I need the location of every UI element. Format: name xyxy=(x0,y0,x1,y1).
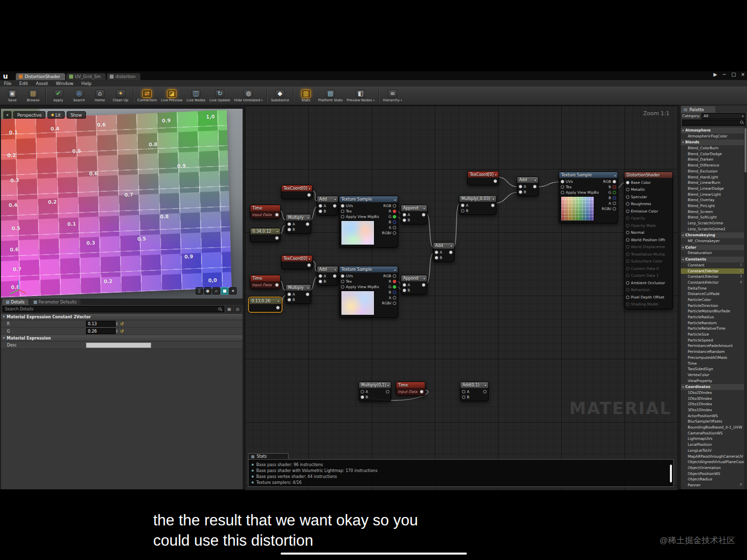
palette-category-atmosphere[interactable]: ▾Atmosphere xyxy=(681,127,744,133)
input-pin-uvs[interactable] xyxy=(561,180,564,183)
node-texcoord-0-a[interactable]: TexCoord[0]▾ xyxy=(281,185,313,199)
palette-item-precomputedaomask[interactable]: PrecomputedAOMask xyxy=(681,355,744,361)
input-pin-tex[interactable] xyxy=(341,280,344,283)
palette-item-particledirection[interactable]: ParticleDirection xyxy=(681,303,744,309)
palette-item-blend-linearlight[interactable]: Blend_LinearLight xyxy=(681,192,744,198)
node-multiply-01[interactable]: Multiply(0,1)▾AB xyxy=(359,382,391,401)
input-pin-b[interactable] xyxy=(403,218,406,222)
toolbar-connectors-button[interactable]: ⇄Connectors xyxy=(135,89,159,102)
desc-field[interactable] xyxy=(86,343,151,348)
node-time-a[interactable]: TimeInput Data xyxy=(250,205,281,219)
output-pin-b[interactable] xyxy=(393,291,396,294)
collapse-icon[interactable]: ▾ xyxy=(494,173,497,176)
output-pin-out[interactable] xyxy=(275,283,279,287)
toolbar-hierarchy-button[interactable]: ≡Hierarchy▾ xyxy=(381,89,404,102)
input-pin-uvs[interactable] xyxy=(341,204,344,208)
viewport-lit-button[interactable]: Lit xyxy=(47,111,64,119)
output-pin-out[interactable] xyxy=(306,222,309,226)
palette-item-blend-softlight[interactable]: Blend_SoftLight xyxy=(681,215,744,220)
node-texcoord-0-c[interactable]: TexCoord[0]▾ xyxy=(467,171,499,185)
menu-asset[interactable]: Asset xyxy=(32,81,52,86)
close-button[interactable]: × xyxy=(741,72,745,77)
input-pin-a[interactable] xyxy=(403,213,406,216)
input-pin-a[interactable] xyxy=(361,390,364,393)
palette-item-blend-pinlight[interactable]: Blend_PinLight xyxy=(681,203,744,209)
input-pin-a[interactable] xyxy=(462,390,465,393)
input-pin-metallic[interactable] xyxy=(626,188,629,191)
collapse-icon[interactable]: ▾ xyxy=(307,257,310,260)
material-graph-panel[interactable]: Zoom 1:1 TexCoord[0]▾TimeInput DataMulti… xyxy=(245,105,678,490)
display-filter-icon[interactable]: ◎ xyxy=(234,306,241,312)
node-distortionshader[interactable]: DistortionShaderBase ColorMetallicSpecul… xyxy=(624,172,673,309)
palette-item-blend-difference[interactable]: Blend_Difference xyxy=(681,163,744,169)
node-append-a[interactable]: Append▾AB xyxy=(401,205,427,224)
output-pin-r[interactable] xyxy=(613,185,616,189)
input-pin-b[interactable] xyxy=(462,395,465,399)
input-pin-a[interactable] xyxy=(288,293,291,296)
input-pin-base-color[interactable] xyxy=(626,181,629,184)
collapse-icon[interactable]: ▾ xyxy=(333,198,336,201)
collapse-icon[interactable]: ▾ xyxy=(422,207,425,210)
collapse-icon[interactable]: ▾ xyxy=(306,286,309,290)
input-pin-tex[interactable] xyxy=(341,210,344,213)
output-pin-out[interactable] xyxy=(275,236,279,240)
palette-item-viewproperty[interactable]: ViewProperty xyxy=(681,378,744,384)
node-constant2vector-a[interactable]: 0.34,0.12▾ xyxy=(250,228,281,242)
collapse-icon[interactable]: ▾ xyxy=(307,187,310,190)
palette-item-1dto2dindex[interactable]: 1Dto2DIndex xyxy=(681,390,744,396)
menu-edit[interactable]: Edit xyxy=(15,81,32,86)
input-pin-world-displacement[interactable] xyxy=(626,245,629,249)
output-pin-rgb[interactable] xyxy=(393,204,396,208)
stats-scrollbar[interactable] xyxy=(670,465,672,482)
collapse-icon[interactable]: ▾ xyxy=(386,384,389,387)
palette-item-particlemotionblurfade[interactable]: ParticleMotionBlurFade xyxy=(681,308,744,314)
output-pin-out[interactable] xyxy=(386,390,389,393)
output-pin-r[interactable] xyxy=(393,280,396,283)
input-pin-a[interactable] xyxy=(461,204,464,207)
menu-file[interactable]: File xyxy=(0,81,15,86)
input-pin-b[interactable] xyxy=(461,209,464,213)
palette-item-constant4vector[interactable]: Constant4Vector4 xyxy=(681,280,744,286)
palette-item-blend-colorburn[interactable]: Blend_ColorBurn xyxy=(681,145,744,151)
details-section-material-expression[interactable]: ▾ Material Expression xyxy=(1,335,243,342)
tab-uv-grid-sm[interactable]: UV_Grid_Sm xyxy=(66,73,106,80)
preview-cube-button[interactable]: ■ xyxy=(221,287,228,295)
preview-cylinder-button[interactable]: ▯ xyxy=(196,287,203,295)
input-pin-a[interactable] xyxy=(288,222,291,226)
palette-item-pantexturecoordinatechannelfro[interactable]: PanTextureCoordinateChannelfro xyxy=(681,488,744,489)
input-pin-b[interactable] xyxy=(361,395,364,399)
palette-item-time[interactable]: Time xyxy=(681,361,744,367)
input-pin-b[interactable] xyxy=(435,256,438,259)
palette-item-blend-overlay[interactable]: Blend_Overlay xyxy=(681,197,744,203)
menu-window[interactable]: Window xyxy=(52,81,78,86)
node-multiply-a[interactable]: Multiply▾AB xyxy=(286,214,311,234)
palette-tab[interactable]: ▤ Palette xyxy=(681,106,715,113)
input-pin-roughness[interactable] xyxy=(626,202,629,206)
output-pin-out[interactable] xyxy=(422,283,425,287)
preview-custom-mesh-button[interactable]: ★ xyxy=(229,287,237,295)
palette-category-coordinates[interactable]: ▾Coordinates xyxy=(681,384,744,390)
input-pin-emissive-color[interactable] xyxy=(626,210,629,213)
toolbar-search-button[interactable]: ◎Search xyxy=(69,89,89,102)
output-pin-out[interactable] xyxy=(275,213,279,216)
input-pin-b[interactable] xyxy=(288,298,291,302)
input-pin-tessellation-multiplier[interactable] xyxy=(626,253,629,256)
node-texcoord-0-b[interactable]: TexCoord[0]▾ xyxy=(281,255,313,269)
stats-tab[interactable]: ▦ Stats xyxy=(248,453,289,459)
palette-item-blursampleoffsets[interactable]: BlurSampleOffsets xyxy=(681,419,744,425)
value-field-g[interactable]: 0.26 xyxy=(86,328,116,334)
input-pin-a[interactable] xyxy=(435,251,438,254)
toolbar-substance-button[interactable]: ◆Substance xyxy=(269,89,291,102)
toolbar-browse-button[interactable]: ▤Browse xyxy=(23,89,43,102)
palette-item-vertexcolor[interactable]: VertexColor xyxy=(681,372,744,378)
palette-item-objectalignedvirtualplanecoordir[interactable]: ObjectAlignedVirtualPlaneCoordir xyxy=(681,459,744,465)
palette-item-particlecolor[interactable]: ParticleColor xyxy=(681,297,744,303)
palette-item-blend-colordodge[interactable]: Blend_ColorDodge xyxy=(681,151,744,157)
collapse-icon[interactable]: ▴ xyxy=(393,268,396,271)
palette-item-blend-darken[interactable]: Blend_Darken xyxy=(681,157,744,163)
palette-item-lerp-scratchgrime[interactable]: Lerp_ScratchGrime xyxy=(681,220,744,226)
output-pin-out[interactable] xyxy=(533,185,537,188)
output-pin-out[interactable] xyxy=(306,293,309,296)
palette-category-color[interactable]: ▾Color xyxy=(681,244,744,251)
video-progress-bar[interactable] xyxy=(281,553,467,555)
